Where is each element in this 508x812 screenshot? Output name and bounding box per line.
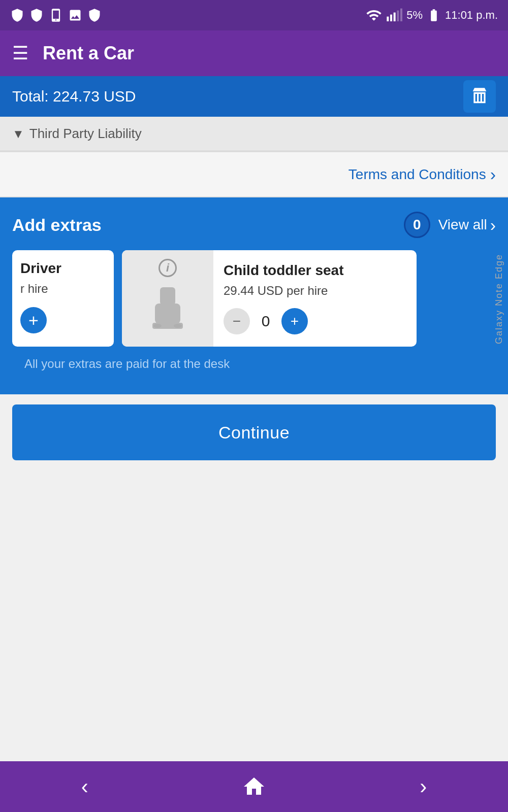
status-bar-icons: [10, 8, 102, 22]
quantity-increase-button[interactable]: +: [281, 308, 308, 334]
app-title: Rent a Car: [43, 43, 134, 64]
desk-note-text: All your extras are paid for at the desk: [24, 357, 230, 370]
status-bar-right: 5% 11:01 p.m.: [366, 7, 498, 23]
total-bar: Total: 224.73 USD: [0, 76, 508, 117]
third-party-section[interactable]: ▼ Third Party Liability: [0, 117, 508, 151]
extras-count-badge: 0: [404, 212, 430, 238]
child-seat-content: Child toddler seat 29.44 USD per hire − …: [213, 250, 354, 347]
image-icon: [68, 8, 82, 22]
bottom-space: [0, 470, 508, 572]
seat-icon: [145, 282, 190, 338]
wifi-icon: [366, 7, 382, 23]
terms-link[interactable]: Terms and Conditions ›: [348, 164, 496, 184]
total-amount: Total: 224.73 USD: [12, 88, 136, 105]
app-header: ☰ Rent a Car: [0, 30, 508, 76]
add-extras-title: Add extras: [12, 215, 102, 235]
svg-rect-2: [394, 13, 396, 21]
menu-icon[interactable]: ☰: [12, 44, 28, 62]
status-bar: 5% 11:01 p.m.: [0, 0, 508, 30]
extras-cards-row: Driver r hire + i Child todd: [12, 250, 496, 347]
battery-icon: [427, 8, 441, 22]
home-icon: [242, 774, 266, 799]
shield-icon-3: [87, 8, 102, 22]
quantity-control: − 0 +: [224, 308, 343, 334]
bottom-nav: ‹ ›: [0, 761, 508, 812]
terms-label: Terms and Conditions: [348, 166, 486, 183]
time-display: 11:01 p.m.: [445, 9, 498, 22]
child-seat-image-area: i: [122, 250, 213, 347]
signal-icon: [386, 7, 402, 23]
child-seat-card: i Child toddler seat 29.44 USD per hire …: [122, 250, 417, 347]
battery-text: 5%: [406, 9, 423, 22]
shield-icon-1: [10, 8, 24, 22]
shield-icon-2: [29, 8, 44, 22]
add-extras-header: Add extras 0 View all ›: [12, 212, 496, 238]
continue-section: Continue: [0, 394, 508, 470]
svg-rect-0: [387, 17, 389, 21]
cart-icon: [469, 86, 490, 107]
terms-chevron: ›: [490, 164, 496, 184]
driver-add-button[interactable]: +: [20, 307, 47, 333]
forward-button[interactable]: ›: [403, 766, 443, 807]
child-seat-price: 29.44 USD per hire: [224, 284, 343, 298]
quantity-value: 0: [258, 313, 273, 330]
svg-point-8: [153, 324, 162, 328]
third-party-chevron: ▼: [12, 127, 24, 141]
info-icon[interactable]: i: [158, 259, 177, 277]
add-extras-controls: 0 View all ›: [404, 212, 496, 238]
svg-point-9: [174, 324, 182, 328]
plus-icon: +: [291, 313, 299, 329]
device-icon: [49, 8, 63, 22]
home-button[interactable]: [234, 766, 274, 807]
svg-rect-4: [400, 9, 402, 21]
child-seat-title: Child toddler seat: [224, 262, 343, 279]
desk-note: All your extras are paid for at the desk: [12, 347, 496, 385]
third-party-text: Third Party Liability: [29, 126, 142, 142]
terms-section: Terms and Conditions ›: [0, 152, 508, 197]
svg-rect-6: [155, 303, 180, 324]
view-all-label: View all: [438, 217, 487, 233]
driver-card-subtitle: r hire: [20, 282, 106, 296]
svg-rect-3: [397, 11, 399, 21]
cart-button[interactable]: [463, 80, 496, 113]
minus-icon: −: [233, 313, 241, 329]
driver-card: Driver r hire +: [12, 250, 114, 347]
view-all-chevron: ›: [490, 215, 496, 235]
add-extras-section: Add extras 0 View all › Driver r hire + …: [0, 197, 508, 394]
driver-add-icon: +: [28, 311, 39, 330]
driver-card-title: Driver: [20, 260, 106, 277]
device-watermark: Galaxy Note Edge: [494, 254, 508, 344]
continue-button[interactable]: Continue: [12, 404, 496, 460]
view-all-button[interactable]: View all ›: [438, 215, 496, 235]
svg-rect-5: [160, 287, 175, 305]
back-button[interactable]: ‹: [65, 766, 105, 807]
quantity-decrease-button[interactable]: −: [224, 308, 250, 334]
svg-rect-1: [390, 15, 392, 21]
